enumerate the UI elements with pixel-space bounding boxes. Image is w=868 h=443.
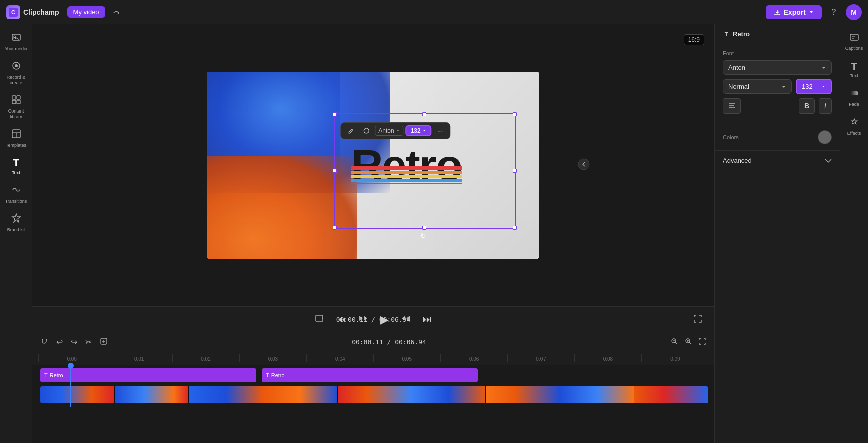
font-family-select[interactable]: Anton — [723, 60, 832, 75]
captions-icon — [849, 32, 859, 45]
sidebar-item-your-media[interactable]: Your media — [2, 28, 31, 56]
center-area: 16:9 Retro — [32, 24, 714, 443]
video-canvas[interactable]: Retro — [207, 72, 539, 259]
zoom-fit-button[interactable] — [696, 335, 708, 349]
collapse-right-panel-button[interactable] — [578, 158, 590, 172]
player-controls: ⏮ ▶ ⏭ 00:00.11 / 00:06.94 — [32, 306, 714, 333]
canvas-area[interactable]: 16:9 Retro — [32, 24, 714, 306]
timeline-undo-button[interactable]: ↩ — [54, 335, 65, 349]
text-more-button[interactable]: ··· — [434, 125, 446, 137]
text-align-button[interactable] — [723, 98, 741, 114]
sidebar-label-content-library: Content library — [4, 108, 29, 120]
timeline-cut-button[interactable]: ✂ — [83, 335, 94, 349]
retro-text-wrapper: Retro — [351, 143, 462, 187]
sidebar-item-templates[interactable]: Templates — [2, 125, 31, 152]
font-select[interactable]: Anton — [375, 126, 403, 136]
font-size-input[interactable]: 132 — [796, 79, 832, 94]
timeline-ruler: 0:00 0:01 0:02 0:03 0:04 0:05 0:06 0:07 … — [32, 351, 714, 365]
svg-point-14 — [578, 159, 589, 170]
sidebar-left: Your media Record & create Content libra… — [0, 24, 32, 443]
sidebar-item-brand-kit[interactable]: Brand kit — [2, 209, 31, 237]
video-clip-track[interactable] — [40, 386, 708, 403]
sidebar-right-text[interactable]: T Text — [841, 57, 867, 82]
advanced-section[interactable]: Advanced — [715, 151, 840, 170]
sidebar-item-text[interactable]: T Text — [2, 153, 31, 180]
zoom-in-button[interactable] — [682, 335, 694, 349]
ruler-mark-8: 0:08 — [574, 354, 641, 362]
svg-rect-9 — [17, 100, 20, 104]
retro-text-block: Retro — [351, 143, 462, 187]
player-right-controls — [691, 312, 704, 327]
clip-thumb-2 — [115, 386, 189, 403]
bold-button[interactable]: B — [799, 98, 815, 114]
timeline-redo-button[interactable]: ↪ — [69, 335, 79, 349]
colors-row: Colors — [723, 130, 832, 144]
text-track-1[interactable]: T Retro — [40, 368, 256, 382]
sidebar-label-transitions: Transitions — [5, 199, 27, 204]
sidebar-label-brand-kit: Brand kit — [7, 227, 25, 233]
transitions-icon — [11, 185, 21, 197]
text-right-label: Text — [850, 73, 858, 78]
text-track-2[interactable]: T Retro — [262, 368, 478, 382]
text-header-icon: T — [723, 31, 730, 38]
autosave-icon[interactable] — [110, 6, 123, 19]
advanced-label: Advanced — [723, 157, 752, 164]
ruler-mark-3: 0:03 — [239, 354, 306, 362]
player-scene-icon[interactable] — [313, 311, 327, 328]
templates-icon — [11, 129, 21, 141]
timeline-magnet-button[interactable] — [38, 335, 50, 349]
topbar: C Clipchamp My video Export ? M — [0, 0, 868, 24]
ruler-mark-6: 0:06 — [440, 354, 507, 362]
player-fullscreen[interactable] — [691, 312, 704, 327]
video-track-row — [38, 386, 708, 404]
player-skip-forward[interactable]: ⏭ — [421, 312, 434, 327]
media-icon — [11, 32, 21, 45]
app-name: Clipchamp — [23, 8, 59, 16]
font-style-select[interactable]: Normal — [723, 79, 792, 94]
timeline-sticker-button[interactable] — [98, 335, 110, 349]
effects-label: Effects — [847, 131, 861, 136]
text-edit-button[interactable] — [345, 125, 358, 136]
svg-rect-30 — [850, 34, 858, 40]
zoom-out-button[interactable] — [668, 335, 680, 349]
ruler-mark-9: 0:09 — [641, 354, 708, 362]
video-name-button[interactable]: My video — [67, 6, 105, 18]
sidebar-label-templates: Templates — [6, 143, 26, 148]
sidebar-item-content-library[interactable]: Content library — [2, 90, 31, 124]
help-button[interactable]: ? — [826, 4, 842, 20]
color-picker[interactable] — [818, 130, 832, 144]
sidebar-item-record-create[interactable]: Record & create — [2, 57, 31, 90]
clip-thumb-1 — [40, 386, 115, 403]
font-size-select-canvas[interactable]: 132 — [406, 125, 432, 136]
colors-section: Colors — [715, 124, 840, 151]
clip-thumb-5 — [338, 386, 412, 403]
sidebar-right-effects[interactable]: Effects — [841, 113, 867, 140]
svg-line-23 — [689, 342, 691, 344]
sidebar-label-your-media: Your media — [5, 46, 27, 52]
main-area: Your media Record & create Content libra… — [0, 24, 868, 443]
svg-line-20 — [675, 342, 677, 344]
text-right-icon: T — [851, 61, 857, 72]
prop-panel-header: T Retro — [715, 24, 840, 44]
svg-point-13 — [364, 128, 369, 133]
user-avatar[interactable]: M — [846, 4, 862, 20]
timeline-playhead[interactable] — [70, 365, 71, 407]
sidebar-right-fade[interactable]: Fade — [841, 84, 867, 111]
sidebar-right-captions[interactable]: Captions — [841, 28, 867, 55]
svg-text:C: C — [11, 9, 15, 15]
sidebar-right: Captions T Text Fade Effects — [840, 24, 868, 443]
text-toolbar: Anton 132 ··· — [340, 122, 450, 139]
svg-rect-6 — [12, 96, 16, 99]
text-track-2-label: Retro — [271, 372, 285, 378]
advanced-chevron-icon — [825, 158, 832, 163]
clip-thumb-9 — [634, 386, 708, 403]
export-button[interactable]: Export — [766, 5, 822, 19]
retro-text-stripes — [351, 166, 462, 184]
ruler-mark-7: 0:07 — [507, 354, 574, 362]
ruler-mark-2: 0:02 — [172, 354, 239, 362]
text-circle-button[interactable] — [360, 125, 373, 136]
svg-rect-8 — [12, 100, 16, 104]
sidebar-item-transitions[interactable]: Transitions — [2, 181, 31, 208]
timeline-section: ↩ ↪ ✂ 00:00.11 / 00:06.94 — [32, 333, 714, 443]
italic-button[interactable]: I — [819, 98, 832, 114]
